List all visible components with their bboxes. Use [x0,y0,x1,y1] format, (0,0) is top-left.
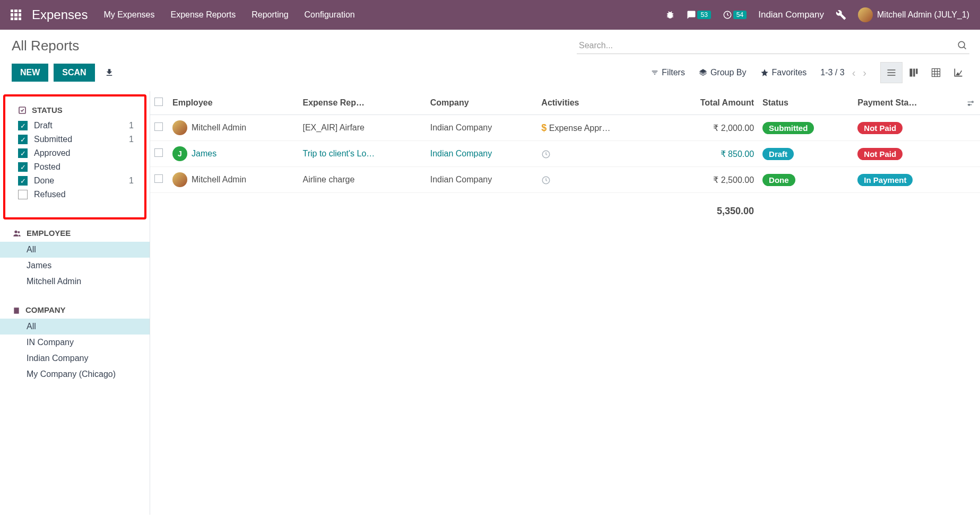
table-row[interactable]: Mitchell Admin Airline charge Indian Com… [150,167,980,193]
header-checkbox[interactable] [150,91,168,115]
page-title: All Reports [12,38,577,54]
view-graph-icon[interactable] [947,62,969,83]
status-filter-item[interactable]: ✓Done1 [5,174,144,188]
pager: 1-3 / 3 ‹ › [820,67,866,79]
debug-icon[interactable] [665,10,675,20]
status-section: STATUS ✓Draft1✓Submitted1✓Approved✓Poste… [5,100,144,201]
status-header[interactable]: STATUS [5,100,144,119]
header-employee[interactable]: Employee [168,91,298,115]
top-navbar: Expenses My Expenses Expense Reports Rep… [0,0,980,30]
company-header[interactable]: COMPANY [0,300,150,319]
menu-expense-reports[interactable]: Expense Reports [170,10,236,20]
status-label: Submitted [34,135,129,144]
header-report[interactable]: Expense Rep… [298,91,426,115]
building-icon [13,305,20,314]
dollar-icon[interactable]: $ [541,122,547,133]
status-filter-item[interactable]: Refused [5,188,144,201]
clock-icon[interactable] [541,148,551,159]
status-filter-item[interactable]: ✓Posted [5,160,144,174]
total-amount: ₹ 2,500.00 [713,175,754,184]
employee-filter-item[interactable]: All [0,242,150,258]
clock-icon[interactable] [541,174,551,185]
search-container [577,38,969,54]
company-filter-item[interactable]: My Company (Chicago) [0,366,150,382]
company-name: Indian Company [430,123,492,132]
checkbox-icon: ✓ [18,162,28,172]
employee-filter-item[interactable]: Mitchell Admin [0,274,150,289]
user-menu[interactable]: Mitchell Admin (JULY_1) [858,7,969,22]
filter-sidebar: STATUS ✓Draft1✓Submitted1✓Approved✓Poste… [0,91,150,515]
checkbox-icon: ✓ [18,148,28,158]
header-total[interactable]: Total Amount [660,91,758,115]
pager-prev-icon[interactable]: ‹ [852,67,856,79]
table-row[interactable]: Mitchell Admin [EX_AIR] Airfare Indian C… [150,115,980,141]
header-settings-icon[interactable] [961,91,980,115]
header-activities[interactable]: Activities [537,91,660,115]
table-row[interactable]: JJames Trip to client's Lo… Indian Compa… [150,141,980,167]
employee-name: James [192,149,216,159]
pager-text[interactable]: 1-3 / 3 [820,68,844,77]
pager-next-icon[interactable]: › [863,67,866,79]
download-icon[interactable] [105,68,114,77]
search-icon[interactable] [957,40,967,50]
status-count: 1 [129,121,134,130]
view-pivot-icon[interactable] [925,62,947,83]
apps-grid-icon[interactable] [11,10,21,20]
scan-button[interactable]: SCAN [54,64,94,82]
svg-point-5 [18,231,20,233]
company-name: Indian Company [430,175,492,184]
payment-badge: Not Paid [857,122,903,134]
messages-icon[interactable]: 53 [687,10,710,20]
status-badge: Draft [762,148,794,160]
row-checkbox[interactable] [150,167,168,193]
company-section: COMPANY AllIN CompanyIndian CompanyMy Co… [0,300,150,382]
status-filter-item[interactable]: ✓Approved [5,146,144,160]
row-checkbox[interactable] [150,141,168,167]
status-filter-item[interactable]: ✓Submitted1 [5,133,144,146]
status-label: Refused [34,190,134,199]
header-payment[interactable]: Payment Sta… [853,91,961,115]
groupby-button[interactable]: Group By [699,68,747,77]
employee-name: Mitchell Admin [192,123,246,133]
report-name: [EX_AIR] Airfare [302,123,365,132]
header-status[interactable]: Status [758,91,853,115]
company-filter-item[interactable]: Indian Company [0,350,150,366]
activities-icon[interactable]: 54 [723,10,747,20]
employee-filter-item[interactable]: James [0,258,150,274]
checkbox-icon: ✓ [18,121,28,130]
employee-header[interactable]: EMPLOYEE [0,223,150,242]
reports-table: Employee Expense Rep… Company Activities… [150,91,980,230]
filters-button[interactable]: Filters [651,68,685,77]
header-company[interactable]: Company [426,91,537,115]
activities-badge: 54 [733,11,747,19]
favorites-button[interactable]: Favorites [760,68,807,77]
funnel-icon [651,69,658,76]
new-button[interactable]: NEW [12,64,48,82]
employee-section: EMPLOYEE AllJamesMitchell Admin [0,223,150,289]
view-list-icon[interactable] [880,62,903,83]
company-selector[interactable]: Indian Company [758,10,824,20]
view-kanban-icon[interactable] [903,62,925,83]
menu-reporting[interactable]: Reporting [251,10,288,20]
brand-title[interactable]: Expenses [32,7,88,22]
status-filter-item[interactable]: ✓Draft1 [5,119,144,133]
tools-icon[interactable] [836,10,846,20]
menu-configuration[interactable]: Configuration [305,10,355,20]
svg-point-4 [14,231,17,233]
employee-name: Mitchell Admin [192,175,246,184]
row-checkbox[interactable] [150,115,168,141]
company-filter-item[interactable]: IN Company [0,335,150,350]
report-name: Trip to client's Lo… [302,149,375,158]
company-name: Indian Company [430,149,492,158]
total-amount: ₹ 2,000.00 [713,124,754,133]
status-badge: Submitted [762,122,814,134]
company-filter-item[interactable]: All [0,319,150,335]
status-count: 1 [129,135,134,144]
footer-total: 5,350.00 [660,193,758,230]
star-icon [760,68,769,77]
search-input[interactable] [577,38,969,54]
main-area: STATUS ✓Draft1✓Submitted1✓Approved✓Poste… [0,91,980,515]
menu-my-expenses[interactable]: My Expenses [103,10,154,20]
table-content: Employee Expense Rep… Company Activities… [150,91,980,515]
view-switcher [880,62,969,83]
